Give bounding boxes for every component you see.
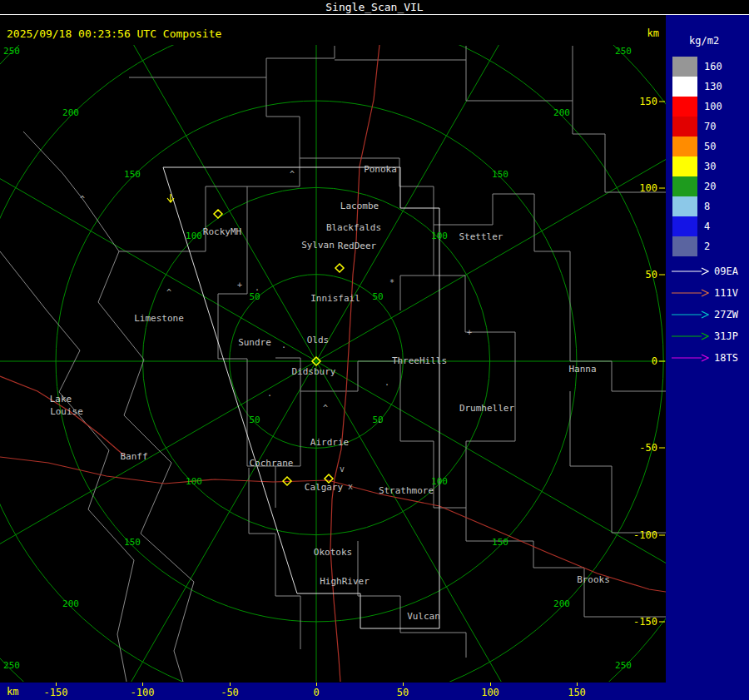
scale-swatch xyxy=(672,117,697,137)
radar-arrow-icon xyxy=(671,331,709,341)
city-label-threehills: ThreeHills xyxy=(392,355,447,366)
scale-swatch xyxy=(672,176,697,196)
city-label-louise: Louise xyxy=(50,406,83,417)
city-label-lake: Lake xyxy=(50,394,72,405)
radar-map-canvas[interactable]: 5050505010010010010015015015015020020020… xyxy=(0,0,666,700)
scale-value-label: 50 xyxy=(704,141,716,152)
city-label-rockymh: RockyMH xyxy=(203,226,241,237)
scale-swatch xyxy=(672,196,697,216)
radar-site-diamond-icon xyxy=(335,264,344,272)
scale-value-label: 30 xyxy=(704,161,716,172)
radar-arrow-icon xyxy=(671,266,709,276)
ring-distance-label: 200 xyxy=(62,598,79,609)
scale-value-label: 8 xyxy=(704,201,710,212)
x-axis-tick xyxy=(316,683,317,686)
city-label-lacombe: Lacombe xyxy=(340,201,379,211)
ring-distance-label: 250 xyxy=(615,46,632,57)
ring-distance-label: 200 xyxy=(62,107,79,118)
scale-swatch xyxy=(672,77,697,97)
city-label-stettler: Stettler xyxy=(459,231,503,242)
x-axis-tick xyxy=(577,683,578,686)
city-label-sylvan: Sylvan xyxy=(301,240,335,251)
ring-distance-label: 200 xyxy=(553,107,570,118)
scale-entry: 30 xyxy=(672,156,722,176)
ring-distance-label: 100 xyxy=(431,231,448,241)
city-label-vulcan: Vulcan xyxy=(407,611,440,622)
radar-site-diamond-icon xyxy=(214,210,222,218)
city-label-airdrie: Airdrie xyxy=(310,437,349,448)
y-axis-tick-label: -150 xyxy=(633,616,657,628)
x-axis-tick xyxy=(56,683,57,686)
ring-distance-label: 150 xyxy=(124,169,141,180)
scale-value-label: 2 xyxy=(704,241,710,252)
scale-value-label: 130 xyxy=(704,81,722,92)
town-marker: ^ xyxy=(80,195,85,204)
radar-legend-entry: 31JP xyxy=(671,325,738,347)
ring-distance-label: 250 xyxy=(615,660,632,671)
city-label-brooks: Brooks xyxy=(577,574,610,585)
city-label-didsbury: Didsbury xyxy=(292,366,336,377)
y-axis-tick-label: -100 xyxy=(633,529,657,541)
town-marker: * xyxy=(389,278,394,287)
y-axis-tick-label: 100 xyxy=(639,182,657,194)
y-axis-tick-label: 50 xyxy=(646,269,657,280)
y-axis-tick-label: -50 xyxy=(639,442,657,454)
x-axis-unit-label: km xyxy=(7,686,18,698)
town-marker: · xyxy=(255,285,260,295)
x-axis-tick-label: 0 xyxy=(300,687,333,698)
city-label-okotoks: Okotoks xyxy=(314,547,352,558)
scale-entry: 4 xyxy=(672,216,722,236)
ring-distance-label: 100 xyxy=(186,231,202,241)
scale-entry: 50 xyxy=(672,137,722,156)
scale-entry: 2 xyxy=(672,236,722,256)
radar-legend-entry: 27ZW xyxy=(671,304,738,325)
scale-swatch xyxy=(672,236,697,256)
town-marker: · xyxy=(281,343,286,352)
city-label-hanna: Hanna xyxy=(568,364,596,375)
y-axis-tick-label: 150 xyxy=(639,96,657,107)
city-label-highriver: HighRiver xyxy=(320,576,370,587)
town-marker: x xyxy=(348,482,353,491)
y-axis-tick-label: 0 xyxy=(652,355,657,367)
town-marker: ^ xyxy=(290,170,295,179)
scale-swatch xyxy=(672,216,697,236)
color-scale-sidebar: kg/m2 16013010070503020842 09EA111V27ZW3… xyxy=(666,15,749,700)
scale-swatch xyxy=(672,57,697,77)
ring-distance-label: 250 xyxy=(3,660,20,671)
scale-entry: 160 xyxy=(672,57,722,77)
x-axis-tick xyxy=(142,683,143,686)
city-label-olds: Olds xyxy=(307,335,330,345)
scale-unit-label: kg/m2 xyxy=(689,35,719,47)
city-label-strathmore: Strathmore xyxy=(379,485,434,496)
scale-swatch xyxy=(672,97,697,117)
x-axis-tick xyxy=(403,683,404,686)
city-label-calgary: Calgary xyxy=(305,482,344,493)
ring-distance-label: 250 xyxy=(3,46,20,57)
radar-arrow-icon xyxy=(671,310,709,320)
city-label-blackfalds: Blackfalds xyxy=(326,222,381,233)
ring-distance-label: 50 xyxy=(249,415,260,425)
town-marker: v xyxy=(340,464,345,474)
scale-entry: 130 xyxy=(672,77,722,97)
x-axis-tick-label: 150 xyxy=(560,687,593,698)
ring-distance-label: 200 xyxy=(553,598,570,609)
city-label-banff: Banff xyxy=(120,451,147,462)
radar-id-label: 27ZW xyxy=(714,309,738,320)
radar-arrow-icon xyxy=(671,353,709,363)
ring-distance-label: 150 xyxy=(492,169,508,180)
ring-distance-label: 100 xyxy=(186,476,202,487)
ring-distance-label: 150 xyxy=(124,537,141,548)
town-marker: · xyxy=(267,391,272,400)
x-axis-tick xyxy=(230,683,231,686)
bottom-axis-bar: km -150-100-50050100150 xyxy=(0,683,749,700)
scale-value-label: 160 xyxy=(704,61,722,72)
radar-arrow-legend: 09EA111V27ZW31JP18TS xyxy=(671,261,738,369)
scale-value-label: 70 xyxy=(704,121,716,132)
scale-swatch xyxy=(672,137,697,156)
scale-value-label: 100 xyxy=(704,101,722,112)
x-axis-tick-label: -50 xyxy=(213,687,246,698)
town-marker: · xyxy=(384,380,389,390)
radar-arrow-icon xyxy=(671,288,709,298)
x-axis-tick-label: -100 xyxy=(126,687,159,698)
x-axis-tick xyxy=(490,683,491,686)
